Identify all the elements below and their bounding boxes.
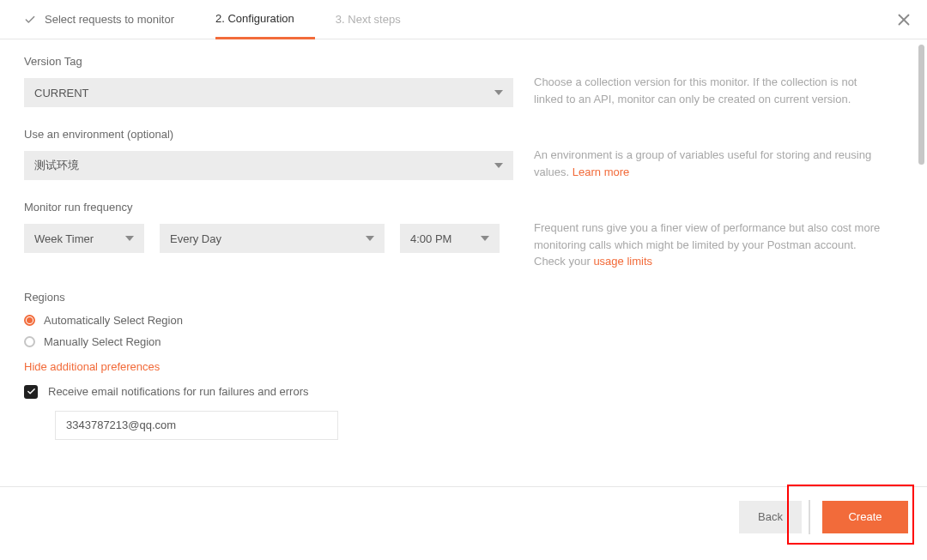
- svg-marker-2: [494, 90, 503, 95]
- environment-help-text: An environment is a group of variables u…: [513, 128, 882, 180]
- configuration-form: Version Tag CURRENT Choose a collection …: [0, 39, 927, 486]
- svg-marker-4: [125, 236, 134, 241]
- radio-icon: [24, 336, 35, 347]
- region-auto-radio[interactable]: Automatically Select Region: [24, 314, 903, 327]
- wizard-tabs: Select requests to monitor 2. Configurat…: [0, 0, 927, 39]
- footer-actions: Back Create: [0, 486, 927, 560]
- frequency-label: Monitor run frequency: [24, 201, 513, 214]
- region-manual-radio[interactable]: Manually Select Region: [24, 335, 903, 348]
- back-button[interactable]: Back: [739, 501, 802, 533]
- svg-marker-6: [481, 236, 489, 241]
- select-value: Every Day: [170, 232, 221, 245]
- usage-limits-link[interactable]: usage limits: [593, 255, 652, 268]
- frequency-time-select[interactable]: 4:00 PM: [400, 224, 500, 253]
- select-value: CURRENT: [34, 87, 89, 99]
- caret-down-icon: [125, 236, 134, 241]
- vertical-scrollbar[interactable]: [918, 45, 924, 165]
- checkbox-label: Receive email notifications for run fail…: [48, 385, 308, 398]
- hide-preferences-link[interactable]: Hide additional preferences: [24, 360, 903, 373]
- caret-down-icon: [494, 163, 503, 168]
- environment-select[interactable]: 测试环境: [24, 151, 513, 180]
- caret-down-icon: [481, 236, 489, 241]
- caret-down-icon: [494, 90, 503, 95]
- tab-label: 2. Configuration: [215, 12, 294, 25]
- tab-select-requests[interactable]: Select requests to monitor: [24, 0, 195, 39]
- regions-label: Regions: [24, 291, 903, 304]
- version-tag-label: Version Tag: [24, 55, 513, 68]
- checkmark-icon: [24, 14, 36, 26]
- radio-label: Manually Select Region: [44, 335, 161, 348]
- learn-more-link[interactable]: Learn more: [573, 166, 629, 178]
- tab-label: Select requests to monitor: [45, 13, 174, 26]
- create-button[interactable]: Create: [822, 501, 908, 533]
- select-value: 测试环境: [34, 158, 79, 173]
- svg-marker-5: [366, 236, 374, 241]
- tab-next-steps[interactable]: 3. Next steps: [336, 0, 421, 39]
- email-notifications-checkbox[interactable]: Receive email notifications for run fail…: [24, 385, 903, 399]
- frequency-help-text: Frequent runs give you a finer view of p…: [513, 201, 882, 270]
- radio-icon: [24, 315, 35, 326]
- version-help-text: Choose a collection version for this mon…: [513, 55, 882, 107]
- environment-label: Use an environment (optional): [24, 128, 513, 141]
- select-value: 4:00 PM: [410, 232, 451, 245]
- notification-email-input[interactable]: [55, 411, 338, 440]
- radio-label: Automatically Select Region: [44, 314, 183, 327]
- close-button[interactable]: [894, 10, 913, 29]
- caret-down-icon: [366, 236, 374, 241]
- tab-label: 3. Next steps: [336, 13, 401, 26]
- button-separator: [809, 500, 810, 534]
- select-value: Week Timer: [34, 232, 94, 245]
- checkbox-icon: [24, 385, 38, 399]
- svg-marker-3: [494, 163, 503, 168]
- version-tag-select[interactable]: CURRENT: [24, 78, 513, 107]
- frequency-day-select[interactable]: Every Day: [160, 224, 385, 253]
- tab-configuration[interactable]: 2. Configuration: [215, 0, 315, 39]
- frequency-timer-select[interactable]: Week Timer: [24, 224, 144, 253]
